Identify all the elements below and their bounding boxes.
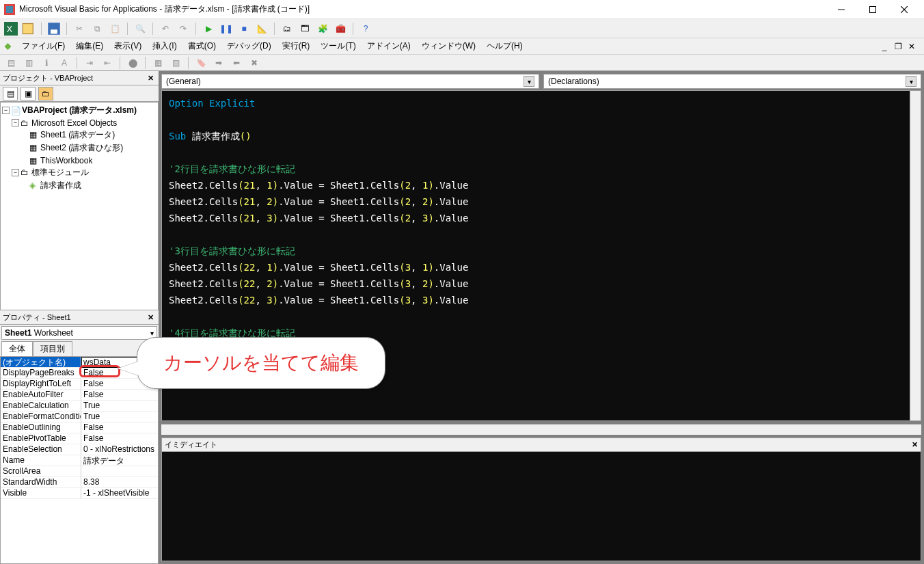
menu-help[interactable]: ヘルプ(H) [481, 39, 528, 53]
property-value[interactable]: False [81, 390, 158, 401]
list-constants-icon[interactable]: ▥ [22, 56, 36, 70]
property-row[interactable]: Visible-1 - xlSheetVisible [1, 488, 158, 499]
maximize-button[interactable] [857, 0, 888, 19]
save-icon[interactable] [47, 22, 61, 36]
break-icon[interactable]: ❚❚ [219, 22, 233, 36]
menu-edit[interactable]: 編集(E) [70, 39, 109, 53]
quick-info-icon[interactable]: ℹ [40, 56, 53, 70]
property-value[interactable]: True [81, 412, 158, 422]
menu-addins[interactable]: アドイン(A) [362, 39, 416, 53]
breakpoint-icon[interactable]: ⬤ [126, 56, 139, 70]
undo-icon[interactable]: ↶ [159, 22, 172, 36]
indent-icon[interactable]: ⇥ [83, 56, 96, 70]
code-object-combo[interactable]: (General) ▾ [161, 74, 539, 89]
properties-tab-all[interactable]: 全体 [1, 341, 33, 356]
help-icon[interactable]: ? [359, 22, 372, 36]
mdi-close-button[interactable]: ✕ [906, 41, 917, 52]
tree-module1[interactable]: 請求書作成 [40, 180, 81, 190]
tree-std-modules[interactable]: 標準モジュール [31, 167, 89, 177]
copy-icon[interactable]: ⧉ [90, 22, 104, 36]
paste-icon[interactable]: 📋 [108, 22, 122, 36]
properties-grid[interactable]: (オブジェクト名)wsDataDisplayPageBreaksFalseDis… [0, 356, 159, 564]
code-procedure-combo[interactable]: (Declarations) ▾ [543, 74, 921, 89]
tree-excel-objects[interactable]: Microsoft Excel Objects [31, 118, 117, 128]
property-row[interactable]: EnablePivotTableFalse [1, 433, 158, 444]
property-value[interactable]: True [81, 401, 158, 412]
mdi-minimize-button[interactable]: _ [879, 41, 890, 52]
property-value[interactable]: False [81, 422, 158, 433]
bookmark-clear-icon[interactable]: ✖ [247, 56, 261, 70]
outdent-icon[interactable]: ⇤ [100, 56, 114, 70]
toolbox-icon[interactable]: 🧰 [334, 22, 347, 36]
property-row[interactable]: EnableCalculationTrue [1, 401, 158, 412]
vertical-scrollbar[interactable] [910, 91, 921, 420]
insert-module-icon[interactable] [22, 22, 36, 36]
property-value[interactable] [81, 466, 158, 477]
minimize-button[interactable] [826, 0, 857, 19]
menu-insert[interactable]: 挿入(I) [147, 39, 182, 53]
menu-file[interactable]: ファイル(F) [16, 39, 70, 53]
list-properties-icon[interactable]: ▤ [4, 56, 18, 70]
comment-block-icon[interactable]: ▦ [151, 56, 165, 70]
property-row[interactable]: EnableSelection0 - xlNoRestrictions [1, 444, 158, 455]
horizontal-scrollbar[interactable] [161, 424, 921, 435]
view-object-icon[interactable]: ▣ [21, 87, 36, 100]
view-excel-icon[interactable]: X [4, 22, 18, 36]
property-name: EnableSelection [1, 444, 81, 455]
properties-object-combo[interactable]: Sheet1 Worksheet ▾ [1, 326, 157, 340]
toggle-folders-icon[interactable]: 🗀 [38, 87, 53, 100]
tree-sheet2[interactable]: Sheet2 (請求書ひな形) [40, 143, 123, 152]
project-toolbar: ▤ ▣ 🗀 [0, 85, 159, 102]
property-row[interactable]: ScrollArea [1, 466, 158, 477]
property-value[interactable]: 請求データ [81, 455, 158, 466]
property-value[interactable]: 0 - xlNoRestrictions [81, 444, 158, 455]
properties-tab-categorized[interactable]: 項目別 [33, 341, 72, 356]
property-value[interactable]: -1 - xlSheetVisible [81, 488, 158, 499]
design-mode-icon[interactable]: 📐 [255, 22, 269, 36]
tree-root[interactable]: VBAProject (請求データ.xlsm) [22, 105, 137, 115]
property-value[interactable]: 8.38 [81, 477, 158, 488]
property-row[interactable]: Name請求データ [1, 455, 158, 466]
project-panel-close-icon[interactable]: ✕ [145, 72, 156, 83]
view-code-icon[interactable]: ▤ [3, 87, 18, 100]
bookmark-prev-icon[interactable]: ⬅ [230, 56, 243, 70]
vba-app-icon [4, 4, 15, 15]
object-browser-icon[interactable]: 🧩 [316, 22, 329, 36]
properties-panel-close-icon[interactable]: ✕ [145, 312, 156, 323]
menu-run[interactable]: 実行(R) [277, 39, 316, 53]
mdi-restore-button[interactable]: ❐ [893, 41, 903, 52]
property-row[interactable]: EnableFormatConditioTrue [1, 412, 158, 422]
bookmark-toggle-icon[interactable]: 🔖 [194, 56, 208, 70]
tree-sheet1[interactable]: Sheet1 (請求データ) [40, 130, 115, 139]
property-row[interactable]: EnableAutoFilterFalse [1, 390, 158, 401]
chevron-down-icon[interactable]: ▾ [906, 76, 916, 87]
menu-format[interactable]: 書式(O) [182, 39, 221, 53]
svg-text:X: X [7, 25, 13, 34]
immediate-panel-close-icon[interactable]: ✕ [912, 440, 918, 449]
immediate-window[interactable] [161, 452, 921, 561]
property-name: EnableFormatConditio [1, 412, 81, 422]
project-explorer-icon[interactable]: 🗂 [280, 22, 294, 36]
close-button[interactable] [888, 0, 920, 19]
menu-window[interactable]: ウィンドウ(W) [416, 39, 481, 53]
redo-icon[interactable]: ↷ [176, 22, 190, 36]
project-tree[interactable]: −📄VBAProject (請求データ.xlsm) −🗀Microsoft Ex… [0, 102, 159, 310]
menu-debug[interactable]: デバッグ(D) [221, 39, 277, 53]
chevron-down-icon[interactable]: ▾ [150, 330, 154, 337]
bookmark-next-icon[interactable]: ➡ [212, 56, 226, 70]
find-icon[interactable]: 🔍 [133, 22, 147, 36]
uncomment-block-icon[interactable]: ▧ [169, 56, 182, 70]
property-row[interactable]: StandardWidth8.38 [1, 477, 158, 488]
reset-icon[interactable]: ■ [237, 22, 251, 36]
properties-window-icon[interactable]: 🗔 [298, 22, 312, 36]
property-row[interactable]: DisplayRightToLeftFalse [1, 379, 158, 390]
tree-thisworkbook[interactable]: ThisWorkbook [40, 156, 92, 165]
property-value[interactable]: False [81, 433, 158, 444]
chevron-down-icon[interactable]: ▾ [524, 76, 534, 87]
menu-tools[interactable]: ツール(T) [315, 39, 361, 53]
run-icon[interactable]: ▶ [202, 22, 215, 36]
parameter-info-icon[interactable]: A [57, 56, 71, 70]
property-row[interactable]: EnableOutliningFalse [1, 422, 158, 433]
menu-view[interactable]: 表示(V) [109, 39, 147, 53]
cut-icon[interactable]: ✂ [72, 22, 86, 36]
